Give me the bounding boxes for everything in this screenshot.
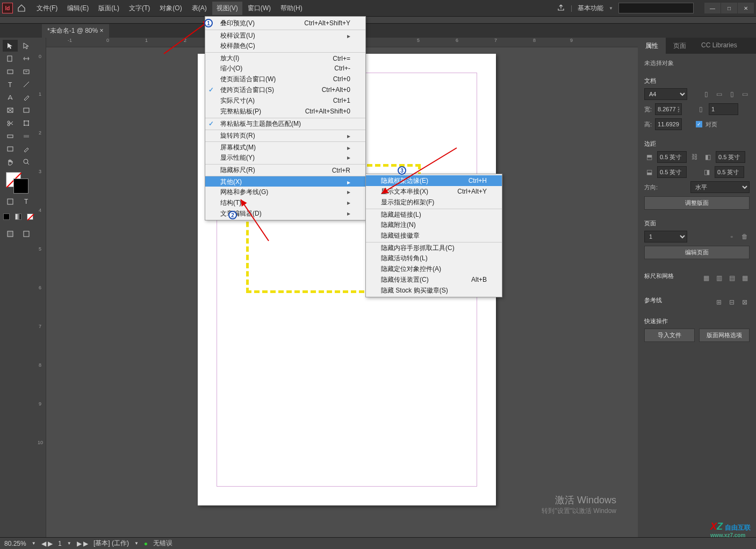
fill-stroke-swatch[interactable] <box>3 171 34 192</box>
grid-options-button[interactable]: 版面网格选项 <box>699 329 750 342</box>
tab-pages[interactable]: 页面 <box>666 38 694 54</box>
view-mode-normal[interactable] <box>3 228 18 240</box>
submenu-item-6[interactable]: 隐藏内容手形抓取工具(C) <box>366 242 502 253</box>
view-mode-preview[interactable] <box>19 228 34 240</box>
pages-input[interactable] <box>709 103 738 115</box>
page-number[interactable]: 1 <box>58 540 62 547</box>
pen-tool[interactable] <box>3 91 18 103</box>
submenu-item-0[interactable]: 隐藏框架边缘(E)Ctrl+H <box>366 175 502 186</box>
submenu-item-7[interactable]: 隐藏活动转角(L) <box>366 253 502 263</box>
share-icon[interactable] <box>557 3 565 13</box>
view-menu-item-16[interactable]: 结构(T)▸ <box>205 197 365 208</box>
apply-color[interactable] <box>1 211 12 223</box>
width-input[interactable] <box>655 103 682 115</box>
menu-layout[interactable]: 版面(L) <box>94 2 124 15</box>
menu-view[interactable]: 视图(V) <box>212 2 242 15</box>
view-menu-item-12[interactable]: 显示性能(Y)▸ <box>205 152 365 163</box>
view-menu-item-4[interactable]: 缩小(O)Ctrl+- <box>205 63 365 74</box>
submenu-item-10[interactable]: 隐藏 Stock 购买徽章(S) <box>366 285 502 296</box>
selection-tool[interactable] <box>3 40 18 52</box>
menu-object[interactable]: 对象(O) <box>155 2 186 15</box>
zoom-level[interactable]: 80.25% <box>4 540 26 547</box>
menu-table[interactable]: 表(A) <box>188 2 211 15</box>
rectangle-frame-tool[interactable] <box>3 104 18 116</box>
margin-right-input[interactable] <box>715 166 744 178</box>
tab-properties[interactable]: 属性 <box>638 38 666 54</box>
view-menu-item-13[interactable]: 隐藏标尺(R)Ctrl+R <box>205 164 365 175</box>
view-menu-item-0[interactable]: 叠印预览(V)Ctrl+Alt+Shift+Y <box>205 18 365 28</box>
search-input[interactable] <box>618 3 694 13</box>
ruler-icon-3[interactable]: ▤ <box>727 273 737 283</box>
ruler-icon-4[interactable]: ▦ <box>740 273 750 283</box>
tab-cc-libraries[interactable]: CC Libraries <box>694 38 745 54</box>
page-icon-1[interactable]: ▫ <box>727 232 737 241</box>
submenu-item-4[interactable]: 隐藏附注(N) <box>366 219 502 230</box>
type-tool[interactable]: T <box>3 79 18 90</box>
page-select[interactable]: 1 <box>644 231 687 243</box>
portrait-icon[interactable]: ▯ <box>701 89 711 99</box>
margin-left-input[interactable] <box>716 151 745 163</box>
adjust-layout-button[interactable]: 调整版面 <box>644 196 750 210</box>
menu-window[interactable]: 窗口(W) <box>243 2 275 15</box>
formatting-container[interactable] <box>3 196 18 208</box>
margin-bottom-input[interactable] <box>657 166 687 178</box>
formatting-text[interactable]: T <box>19 196 34 208</box>
apply-none[interactable] <box>25 211 35 223</box>
view-menu-item-3[interactable]: 放大(I)Ctrl+= <box>205 52 365 63</box>
guide-icon-1[interactable]: ⊞ <box>714 297 724 307</box>
submenu-item-1[interactable]: 显示文本串接(X)Ctrl+Alt+Y <box>366 186 502 197</box>
hand-tool[interactable] <box>3 156 18 168</box>
submenu-item-3[interactable]: 隐藏超链接(L) <box>366 209 502 219</box>
link-icon[interactable]: ⛓ <box>690 152 700 162</box>
edit-pages-button[interactable]: 编辑页面 <box>644 246 750 259</box>
direct-selection-tool[interactable] <box>19 40 34 52</box>
view-menu-item-10[interactable]: 旋转跨页(R)▸ <box>205 130 365 140</box>
layer-status[interactable]: [基本] (工作) <box>93 539 129 548</box>
submenu-item-2[interactable]: 显示指定的框架(F) <box>366 197 502 208</box>
menu-help[interactable]: 帮助(H) <box>276 2 307 15</box>
menu-file[interactable]: 文件(F) <box>32 2 62 15</box>
ruler-icon-1[interactable]: ▦ <box>701 273 711 283</box>
view-menu-item-2[interactable]: 校样颜色(C) <box>205 40 365 51</box>
page-size-select[interactable]: A4 <box>644 88 687 100</box>
close-button[interactable]: ✕ <box>738 3 754 13</box>
view-menu-item-7[interactable]: 实际尺寸(A)Ctrl+1 <box>205 95 365 106</box>
scissors-tool[interactable] <box>3 117 18 129</box>
view-menu-item-15[interactable]: 网格和参考线(G)▸ <box>205 187 365 197</box>
view-menu-item-6[interactable]: ✓使跨页适合窗口(S)Ctrl+Alt+0 <box>205 84 365 95</box>
page-icon-2[interactable]: 🗑 <box>740 232 750 241</box>
note-tool[interactable] <box>3 143 18 155</box>
zoom-tool[interactable] <box>19 156 34 168</box>
page-tool[interactable] <box>3 53 18 65</box>
guide-icon-3[interactable]: ⊠ <box>740 297 750 307</box>
ruler-icon-2[interactable]: ▥ <box>714 273 724 283</box>
gap-tool[interactable] <box>19 53 34 65</box>
import-file-button[interactable]: 导入文件 <box>644 329 695 342</box>
landscape-icon[interactable]: ▭ <box>714 89 724 99</box>
minimize-button[interactable]: — <box>704 3 721 13</box>
view-menu-item-1[interactable]: 校样设置(U)▸ <box>205 30 365 40</box>
view-menu-item-14[interactable]: 其他(X)▸隐藏框架边缘(E)Ctrl+H显示文本串接(X)Ctrl+Alt+Y… <box>205 176 365 187</box>
eyedropper-tool[interactable] <box>19 143 34 155</box>
height-input[interactable] <box>655 118 682 130</box>
free-transform-tool[interactable] <box>19 117 34 129</box>
document-tab[interactable]: *未命名-1 @ 80% × <box>42 24 109 38</box>
submenu-item-9[interactable]: 隐藏传送装置(C)Alt+B <box>366 274 502 285</box>
view-menu-item-5[interactable]: 使页面适合窗口(W)Ctrl+0 <box>205 74 365 84</box>
pencil-tool[interactable] <box>19 91 34 103</box>
line-tool[interactable] <box>19 79 34 90</box>
orientation-select[interactable]: 水平 <box>690 181 750 193</box>
facing-pages-checkbox[interactable]: ✓ <box>696 121 702 127</box>
maximize-button[interactable]: □ <box>721 3 737 13</box>
view-menu-item-11[interactable]: 屏幕模式(M)▸ <box>205 141 365 152</box>
submenu-item-8[interactable]: 隐藏定位对象控件(A) <box>366 263 502 274</box>
apply-gradient[interactable] <box>13 211 24 223</box>
menu-edit[interactable]: 编辑(E) <box>63 2 93 15</box>
workspace-switcher[interactable]: 基本功能 <box>578 4 603 13</box>
submenu-item-5[interactable]: 隐藏链接徽章 <box>366 230 502 241</box>
menu-type[interactable]: 文字(T) <box>125 2 154 15</box>
orient-icon-4[interactable]: ▭ <box>740 89 750 99</box>
gradient-swatch-tool[interactable] <box>3 130 18 142</box>
rectangle-tool[interactable] <box>19 104 34 116</box>
home-icon[interactable] <box>17 4 26 12</box>
